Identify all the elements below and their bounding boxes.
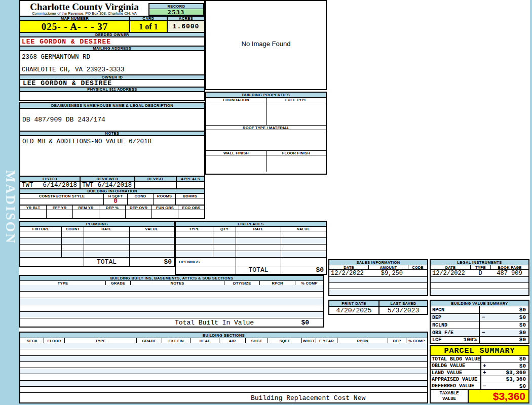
map-value-row: 025- - A- - - 37 1 of 1 1.6000 [20,20,204,32]
record-box: RECORD 2533 [148,3,204,16]
photo-placeholder: No Image Found [205,0,327,90]
built-ins-table: BUILDING BUILT INS, BASEMENTS, ATTICS & … [19,275,324,328]
owner-id-field[interactable]: LEE GORDON & DESIREE [20,79,204,87]
table-row [176,237,326,244]
acres-label: ACRES [167,17,204,20]
plumbing-title: PLUMBING [20,222,174,226]
value-summary-row: OBS F/E −$0 [431,329,528,336]
type-header: TYPE [176,227,213,231]
table-row [20,349,427,355]
floor-finish-field[interactable] [266,155,326,172]
appeals-field[interactable] [176,182,204,188]
fuel-type-field[interactable] [266,102,326,125]
review-header-row: LISTED REVIEWED REVISIT APPEALS [20,176,204,181]
cond-field[interactable] [127,198,153,205]
wall-floor-header-row: WALL FINISH FLOOR FINISH [206,150,326,155]
appraised-label: APPRAISED VALUE [431,376,481,382]
sales-row[interactable]: 12/2/2022 $9,250 [329,269,427,276]
map-number-field[interactable]: 025- - A- - - 37 [20,21,129,32]
lcf-value: $0 [482,337,528,343]
value-summary-title: BUILDING VALUE SUMMARY [431,301,528,306]
foundation-field[interactable] [206,102,266,125]
obs-fe-value: $0 [485,330,528,336]
table-row [20,305,323,311]
table-row [20,355,427,361]
print-date-value: 4/20/2025 [329,307,378,314]
funobs-field[interactable] [151,210,178,218]
yrblt-field[interactable] [20,210,46,218]
bdrms-field[interactable] [175,198,204,205]
physical-address-field[interactable] [20,91,204,100]
effyr-field[interactable] [46,210,72,218]
instrument-row[interactable]: 12/2/2022 D 487 909 [431,269,528,276]
cond-header: COND [127,194,153,198]
map-header-row: MAP NUMBER CARD ACRES [20,16,204,20]
value-summary-row: RPCN $0 [431,306,528,313]
hsqft-field[interactable]: 0 [103,198,127,205]
remyr-field[interactable] [72,210,99,218]
deferred-label: DEFERRED VALUE [431,383,481,389]
reviewed-by: TWT [82,182,94,189]
value-summary-row: RCLND $0 [431,321,528,329]
listed-date: 6/14/2018 [43,182,77,189]
last-saved-value: 5/3/2023 [378,307,427,314]
revisit-field[interactable] [134,182,176,188]
watermark-madison: MADISON [3,170,18,245]
property-record-card: MADISON Charlotte County Virginia Commis… [0,0,532,405]
table-row [20,380,427,386]
instrument-type: D [470,270,490,277]
roof-field[interactable] [206,130,326,150]
listed-label: LISTED [20,177,80,181]
deferred-value: $0 [486,383,528,389]
parcel-summary-row: DEFERRED VALUE −$0 [431,383,528,389]
notes-field[interactable]: OLD MH & ADDITIONS-NO VALUE 6/2018 [20,135,204,176]
physical-address-label: PHYSICAL 911 ADDRESS [20,87,204,91]
pct-comp-header: % COMP [406,338,427,343]
building-info-value-row-1: 0 [20,198,204,205]
deeded-owner-field[interactable]: LEE GORDON & DESIREE [20,36,204,46]
type-header: TYPE [64,338,136,343]
mailing-address-field[interactable]: 2368 GERMANTOWN RD CHARLOTTE CH, VA 2392… [20,50,204,74]
dep-header: DEP [388,338,406,343]
sales-title: SALES INFORMATION [329,260,427,265]
amount-header: AMOUNT [368,265,408,269]
deeded-owner-label: DEEDED OWNER [20,32,204,36]
reviewed-field[interactable]: TWT6/14/2018 [80,182,134,188]
listed-by: TWT [22,182,33,189]
obldg-label: OBLDG VALUE [431,362,481,369]
ecoobs-field[interactable] [178,210,204,218]
land-value: $3,360 [486,370,528,376]
table-row [20,285,323,291]
card-field[interactable]: 1 of 1 [129,21,167,32]
building-information-title: BUILDING INFORMATION [20,188,204,193]
print-date-label: PRINT DATE [329,301,378,306]
openings-field[interactable] [236,258,281,266]
listed-field[interactable]: TWT6/14/2018 [20,182,80,188]
remyr-header: REM YR [72,206,99,210]
construction-style-field[interactable] [20,198,103,205]
table-row [329,289,427,295]
table-row [431,276,528,282]
plumbing-table: PLUMBING FIXTURE COUNT RATE VALUE TOTAL … [19,221,175,267]
legal-description-label: DBA/BUISNESS NAME/HOUSE NAME & LEGAL DES… [20,103,204,108]
legal-description-field[interactable]: DB 487/909 DB 243/174 [20,108,204,131]
deferred-op: − [481,383,486,389]
plumbing-header-row: FIXTURE COUNT RATE VALUE [20,226,174,231]
rooms-field[interactable] [153,198,175,205]
sale-amount: $9,250 [368,270,408,277]
acres-field[interactable]: 1.6000 [167,21,204,32]
dep-pct-field[interactable] [99,210,125,218]
dep-op: − [480,314,485,320]
depovr-header: DEP OVR [125,206,151,210]
air-header: AIR [219,338,245,343]
rpcn-header: RPCN [259,281,295,285]
bdrms-header: BDRMS [175,194,204,198]
table-row [431,282,528,289]
owner-panel: Charlotte County Virginia Commissioner o… [19,0,205,101]
type-header: TYPE [20,281,105,285]
wall-finish-field[interactable] [206,155,266,172]
table-row [20,311,323,318]
legal-building-panel: DBA/BUISNESS NAME/HOUSE NAME & LEGAL DES… [19,102,205,219]
reviewed-label: REVIEWED [80,177,134,181]
depovr-field[interactable] [125,210,151,218]
